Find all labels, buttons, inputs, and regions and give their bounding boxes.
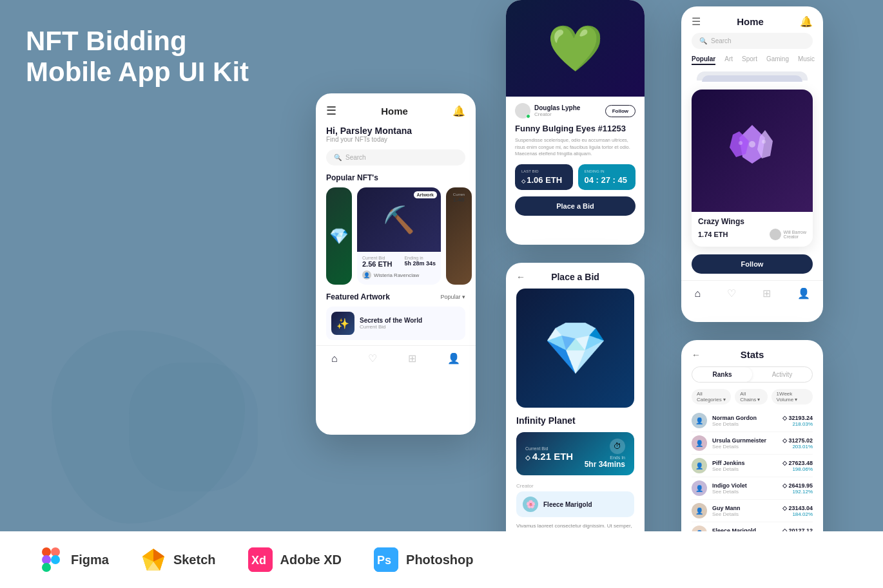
stats-value: ◇ 31275.02 203.01% xyxy=(782,437,813,450)
stats-avatar: 👤 xyxy=(692,480,707,496)
stats-amount: ◇ 31275.02 xyxy=(782,437,813,444)
stats-detail: See Details xyxy=(712,444,777,450)
last-bid-box: LAST BID ◇ 1.06 ETH xyxy=(515,164,573,190)
nft-creator-price-row: 1.74 ETH Will Barrow Creator xyxy=(698,229,806,240)
phone4-title: Home xyxy=(737,16,764,27)
figma-label: Figma xyxy=(71,553,109,567)
notification-icon[interactable]: 🔔 xyxy=(800,15,813,28)
ending-label: ENDING IN xyxy=(585,169,630,173)
place-bid-button[interactable]: Place a Bid xyxy=(515,196,636,216)
stats-info: Norman Gordon See Details xyxy=(712,415,777,427)
nav-home-icon[interactable]: ⌂ xyxy=(694,288,701,299)
stats-filters: All Categories ▾ All Chains ▾ 1Week Volu… xyxy=(681,389,823,410)
search-placeholder: Search xyxy=(345,154,366,161)
phone-nft-detail-screen: 💚 Douglas Lyphe Creator Follow Funny Bul… xyxy=(506,0,645,245)
nft-title: Funny Bulging Eyes #11253 xyxy=(515,124,636,133)
svg-point-4 xyxy=(739,141,742,145)
popular-section-title: Popular NFT's xyxy=(316,173,476,187)
stats-row: 👤 Piff Jenkins See Details ◇ 27623.48 19… xyxy=(692,455,813,477)
svg-rect-6 xyxy=(42,547,51,556)
tool-sketch: Sketch xyxy=(141,547,216,572)
xd-icon: Xd xyxy=(248,547,273,572)
creator-name: Douglas Lyphe xyxy=(534,104,580,111)
stats-change: 203.01% xyxy=(782,444,813,450)
menu-icon[interactable]: ☰ xyxy=(326,104,336,118)
tab-sport[interactable]: Sport xyxy=(742,55,757,65)
filter-chains[interactable]: All Chains ▾ xyxy=(735,389,767,404)
tab-popular[interactable]: Popular xyxy=(692,55,715,65)
stats-info: Guy Mann See Details xyxy=(712,505,777,517)
nav-grid-icon[interactable]: ⊞ xyxy=(408,352,416,365)
nft-price: 1.74 ETH xyxy=(698,231,728,238)
creator-left: Douglas Lyphe Creator xyxy=(515,103,580,119)
svg-point-3 xyxy=(749,141,755,147)
stats-amount: ◇ 26419.95 xyxy=(782,482,813,489)
bell-icon[interactable]: 🔔 xyxy=(452,105,465,117)
nft-creator: 👤 Wisteria Ravenclaw xyxy=(362,270,436,280)
creator-name: Fleece Marigold xyxy=(543,501,592,508)
creator-row: 🌸 Fleece Marigold xyxy=(516,491,634,517)
sketch-label: Sketch xyxy=(173,553,216,567)
creator-role: Creator xyxy=(534,111,580,117)
phone4-nft-card[interactable]: Crazy Wings 1.74 ETH Will Barrow Creator xyxy=(692,90,813,247)
phone4-category-tabs: Popular Art Sport Gaming Music xyxy=(681,55,823,71)
tab-music[interactable]: Music xyxy=(798,55,815,65)
ps-label: Photoshop xyxy=(406,553,473,567)
greeting-subtitle: Find your NFTs today xyxy=(326,136,465,143)
hamburger-icon[interactable]: ☰ xyxy=(692,15,701,28)
nft-card-info: Current Bid 2.56 ETH Ending in 5h 28m 34… xyxy=(357,252,441,285)
ranks-tab[interactable]: Ranks xyxy=(692,367,752,382)
nav-heart-icon[interactable]: ♡ xyxy=(368,352,377,365)
stats-value: ◇ 23143.04 184.02% xyxy=(782,505,813,517)
phone4-search-bar[interactable]: 🔍 Search xyxy=(692,33,813,49)
tab-gaming[interactable]: Gaming xyxy=(766,55,789,65)
stats-change: 198.06% xyxy=(782,466,813,472)
stats-amount: ◇ 23143.04 xyxy=(782,505,813,511)
stats-avatar: 👤 xyxy=(692,503,707,518)
nft-detail-image: 💚 xyxy=(506,0,645,97)
stats-list: 👤 Norman Gordon See Details ◇ 32193.24 2… xyxy=(681,410,823,545)
tab-art[interactable]: Art xyxy=(724,55,733,65)
follow-button[interactable]: Follow xyxy=(605,105,636,117)
featured-title: Featured Artwork xyxy=(326,292,390,301)
nav-grid-icon[interactable]: ⊞ xyxy=(762,287,771,299)
stats-row: 👤 Norman Gordon See Details ◇ 32193.24 2… xyxy=(692,410,813,432)
title-line2: Mobile App UI Kit xyxy=(26,57,249,88)
stats-row: 👤 Indigo Violet See Details ◇ 26419.95 1… xyxy=(692,477,813,500)
place-bid-nft-image: 💎 xyxy=(516,289,634,408)
nft-card-partial[interactable]: 💎 xyxy=(326,187,352,285)
nav-heart-icon[interactable]: ♡ xyxy=(727,287,736,299)
featured-section: Featured Artwork Popular ▾ ✨ Secrets of … xyxy=(316,292,476,340)
current-bid-value: ◇ 4.21 ETH xyxy=(525,451,573,462)
activity-tab[interactable]: Activity xyxy=(752,367,812,382)
popular-filter-btn[interactable]: Popular ▾ xyxy=(440,294,465,300)
stats-info: Indigo Violet See Details xyxy=(712,482,777,495)
phone4-follow-button[interactable]: Follow xyxy=(692,254,813,274)
phone-home-screen: ☰ Home 🔔 Hi, Parsley Montana Find your N… xyxy=(316,93,476,435)
creator-section: Creator 🌸 Fleece Marigold xyxy=(516,483,634,517)
back-arrow-icon[interactable]: ← xyxy=(516,272,525,282)
place-bid-info-row: Current Bid ◇ 4.21 ETH ⏱ Ends In 5hr 34m… xyxy=(516,432,634,475)
filter-categories[interactable]: All Categories ▾ xyxy=(692,389,731,404)
nav-user-icon[interactable]: 👤 xyxy=(797,287,810,299)
nav-user-icon[interactable]: 👤 xyxy=(447,352,460,365)
hero-title: NFT Bidding Mobile App UI Kit xyxy=(26,26,249,88)
nft-card-main[interactable]: ⛏️ Artwork Current Bid 2.56 ETH Ending i… xyxy=(357,187,441,285)
svg-rect-9 xyxy=(42,563,51,572)
phone3-title: Place a Bid xyxy=(551,272,599,282)
place-bid-nft-name: Infinity Planet xyxy=(506,415,645,432)
nav-home-icon[interactable]: ⌂ xyxy=(331,353,338,365)
stats-change: 192.12% xyxy=(782,489,813,495)
ends-in-right: ⏱ Ends In 5hr 34mins xyxy=(585,439,625,469)
featured-item[interactable]: ✨ Secrets of the World Current Bid xyxy=(326,307,465,340)
filter-volume[interactable]: 1Week Volume ▾ xyxy=(771,389,813,404)
bottom-toolbar: Figma Sketch Xd Adobe XD xyxy=(0,531,883,588)
stats-back-icon[interactable]: ← xyxy=(692,350,701,360)
phone1-nav-bar: ⌂ ♡ ⊞ 👤 xyxy=(316,345,476,371)
svg-text:Xd: Xd xyxy=(251,554,266,567)
phone1-search-bar[interactable]: 🔍 Search xyxy=(326,149,465,166)
stats-name: Indigo Violet xyxy=(712,482,777,489)
nft-card-partial-right[interactable]: Curren 1.48 xyxy=(446,187,472,285)
ends-label: Ends In xyxy=(585,455,625,460)
svg-point-10 xyxy=(51,555,60,564)
